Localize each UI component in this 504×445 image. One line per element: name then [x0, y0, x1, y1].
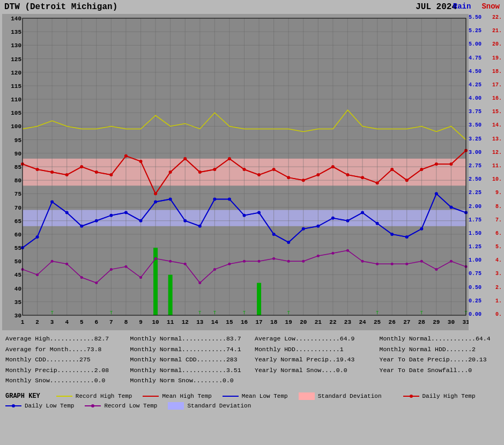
right-axis-row: 1.255.0 — [469, 244, 502, 250]
monthly-cdd-row: Monthly CDD.........275 — [5, 354, 125, 365]
right-axis-row: 3.0012.0 — [469, 150, 502, 155]
monthly-hdd-val: 1 — [340, 346, 344, 353]
year-to-date-snow-val: 0 — [468, 367, 472, 374]
key-record-low: Record Low Temp — [85, 402, 157, 410]
monthly-hdd-row: Monthly HDD............1 — [255, 344, 374, 355]
right-axis-row: 3.5014.0 — [469, 122, 502, 128]
snow-value: 12.0 — [492, 150, 502, 155]
rain-value: 0.00 — [469, 312, 481, 317]
avg-month-label: Average for Month..... — [5, 346, 87, 353]
rain-value: 2.25 — [469, 190, 481, 196]
rain-value: 5.25 — [469, 28, 481, 34]
snow-label: Snow — [481, 2, 500, 11]
monthly-normal-high-label: Monthly Normal............ — [130, 335, 226, 342]
monthly-cdd-label: Monthly CDD......... — [5, 356, 79, 363]
snow-value: 16.0 — [492, 95, 502, 101]
key-mean-low: Mean Low Temp — [223, 392, 288, 400]
year-to-date-precip-label: Year To Date Precip..... — [380, 356, 469, 363]
right-axis-row: 1.004.0 — [469, 257, 502, 263]
rain-value: 3.00 — [469, 150, 481, 155]
snow-value: 10.0 — [492, 176, 502, 182]
monthly-cdd-val: 275 — [79, 356, 91, 363]
right-axis-row: 0.502.0 — [469, 285, 502, 291]
rain-label: Rain — [453, 2, 471, 11]
monthly-normal-month-row: Monthly Normal............74.1 — [130, 344, 250, 355]
monthly-precip-val: 2.08 — [94, 367, 109, 374]
avg-low-label: Average Low............ — [255, 335, 340, 342]
std-dev-blue-box — [168, 402, 184, 410]
right-axis-row: 2.008.0 — [469, 204, 502, 210]
rain-value: 4.25 — [469, 82, 481, 88]
daily-high-icon — [403, 394, 419, 398]
rain-value: 3.75 — [469, 109, 481, 115]
monthly-precip-row: Monthly Precip..........2.08 — [5, 365, 125, 376]
monthly-normal-high-val: 83.7 — [226, 335, 241, 342]
avg-high-row: Average High............82.7 — [5, 333, 125, 344]
key-record-low-label: Record Low Temp — [104, 403, 157, 409]
monthly-normal-cdd-label: Monthly Normal CDD........ — [130, 356, 226, 363]
chart-date: JUL 2024 — [416, 2, 457, 12]
snow-value: 3.0 — [495, 271, 502, 277]
stats-section: Average High............82.7 Average for… — [0, 330, 504, 389]
avg-high-val: 82.7 — [94, 335, 109, 342]
right-axis-row: 3.2513.0 — [469, 136, 502, 142]
monthly-normal-precip-label: Monthly Normal............ — [130, 367, 226, 374]
avg-high-label: Average High............ — [5, 335, 94, 342]
key-std-dev-red-label: Standard Deviation — [318, 393, 382, 399]
yearly-normal-snow-row: Yearly Normal Snow....0.0 — [255, 365, 374, 376]
year-to-date-precip-val: 20.13 — [468, 356, 487, 363]
year-to-date-precip-row: Year To Date Precip.....20.13 — [380, 354, 499, 365]
rain-value: 0.50 — [469, 285, 481, 291]
snow-value: 2.0 — [495, 285, 502, 291]
rain-value: 1.00 — [469, 257, 481, 263]
monthly-normal-cdd-row: Monthly Normal CDD........283 — [130, 354, 250, 365]
rain-value: 5.00 — [469, 41, 481, 47]
right-axis-row: 0.251.0 — [469, 298, 502, 304]
yearly-normal-precip-val: 19.43 — [336, 356, 355, 363]
monthly-precip-label: Monthly Precip.......... — [5, 367, 94, 374]
monthly-norm-snow-val: 0.0 — [223, 377, 234, 384]
snow-value: 0.0 — [495, 312, 502, 317]
key-std-dev-red: Standard Deviation — [299, 392, 382, 400]
right-axis-row: 4.2517.0 — [469, 82, 502, 88]
monthly-normal-precip-val: 3.51 — [226, 367, 241, 374]
monthly-norm-snow-label: Monthly Norm Snow........ — [130, 377, 223, 384]
key-std-dev-blue-label: Standard Deviation — [187, 403, 251, 409]
key-record-high: Record High Temp — [56, 392, 132, 400]
right-axis-row: 5.5022.0 — [469, 14, 502, 20]
rain-value: 1.25 — [469, 244, 481, 250]
avg-month-row: Average for Month.....73.8 — [5, 344, 125, 355]
year-to-date-snow-label: Year To Date Snowfall... — [380, 367, 469, 374]
snow-value: 15.0 — [492, 109, 502, 115]
right-axis-row: 4.0016.0 — [469, 95, 502, 101]
snow-value: 14.0 — [492, 122, 502, 128]
rain-value: 4.75 — [469, 55, 481, 61]
snow-value: 4.0 — [495, 257, 502, 263]
monthly-snow-row: Monthly Snow............0.0 — [5, 375, 125, 386]
right-axis-row: 2.259.0 — [469, 190, 502, 196]
snow-value: 9.0 — [495, 190, 502, 196]
snow-value: 13.0 — [492, 136, 502, 142]
rain-value: 0.75 — [469, 271, 481, 277]
key-daily-low-label: Daily Low Temp — [25, 403, 74, 409]
monthly-normal-month-val: 74.1 — [226, 346, 241, 353]
right-axis-row: 0.000.0 — [469, 312, 502, 317]
key-mean-low-label: Mean Low Temp — [242, 393, 288, 399]
yearly-normal-snow-val: 0.0 — [336, 367, 347, 374]
svg-point-8 — [91, 404, 94, 407]
snow-value: 11.0 — [492, 163, 502, 169]
right-axis-row: 0.753.0 — [469, 271, 502, 277]
monthly-normal-low-val: 64.4 — [476, 335, 491, 342]
rain-value: 3.25 — [469, 136, 481, 142]
snow-value: 5.0 — [495, 244, 502, 250]
key-daily-low: Daily Low Temp — [5, 402, 74, 410]
right-axis-row: 4.5018.0 — [469, 69, 502, 75]
right-axis-row: 5.2521.0 — [469, 28, 502, 34]
daily-low-icon — [5, 404, 21, 408]
right-axis: 5.5022.05.2521.05.0020.04.7519.04.5018.0… — [469, 14, 502, 330]
right-axis-row: 3.7515.0 — [469, 109, 502, 115]
chart-container: 5.5022.05.2521.05.0020.04.7519.04.5018.0… — [2, 14, 502, 330]
main-chart — [2, 14, 469, 330]
rain-value: 4.50 — [469, 69, 481, 75]
key-daily-high: Daily High Temp — [403, 392, 476, 400]
